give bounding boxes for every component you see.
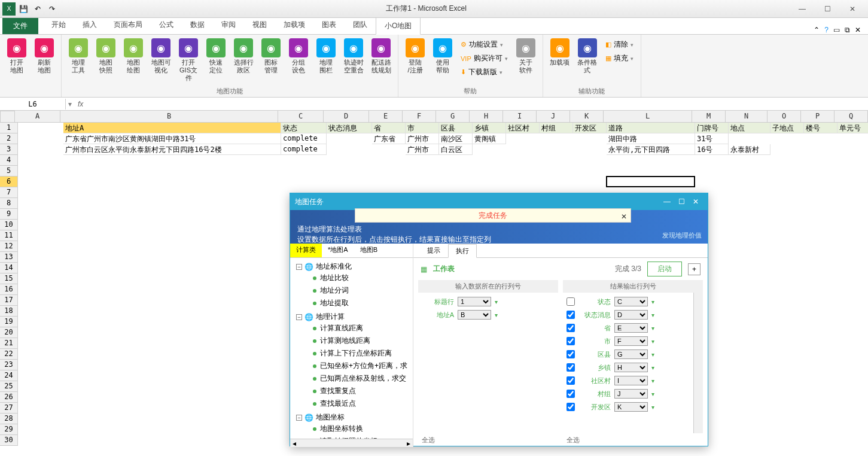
left-select-all[interactable]: 全选 (418, 433, 558, 447)
task-tree[interactable]: −🌐地址标准化地址比较地址分词地址提取−🌐地理计算计算直线距离计算测地线距离计算… (290, 258, 413, 439)
cell[interactable]: 开发区 (573, 123, 607, 133)
file-tab[interactable]: 文件 (2, 18, 38, 34)
col-header[interactable]: N (726, 111, 768, 123)
dialog-min-icon[interactable]: — (660, 197, 674, 206)
add-button[interactable]: + (688, 263, 701, 275)
row-header[interactable]: 18 (0, 306, 18, 317)
ribbon-opt2-icon[interactable]: ⧉ (845, 26, 850, 34)
field-select[interactable]: 1 (458, 297, 491, 306)
ribbon-tab[interactable]: 审阅 (213, 17, 244, 34)
col-header[interactable]: B (60, 111, 278, 123)
field-checkbox[interactable] (567, 311, 575, 319)
field-checkbox[interactable] (567, 390, 575, 398)
tree-leaf[interactable]: 已知坐标+方位角+距离，求 (295, 360, 410, 372)
cell[interactable]: 黄阁镇 (473, 133, 506, 144)
field-checkbox[interactable] (567, 363, 575, 372)
row-header[interactable]: 12 (0, 241, 18, 252)
row-header[interactable]: 11 (0, 230, 18, 241)
row-header[interactable]: 9 (0, 209, 18, 220)
tree-hscroll[interactable]: ◂▸ (290, 439, 413, 447)
col-header[interactable]: C (278, 111, 324, 123)
cell[interactable]: 广州市 (406, 133, 439, 144)
name-box[interactable]: L6 (0, 99, 66, 110)
col-header[interactable]: G (436, 111, 470, 123)
cell[interactable]: 16号 (695, 144, 729, 155)
ribbon-small-button[interactable]: VIP购买许可▾ (458, 52, 510, 65)
cell[interactable]: 广东省广州市南沙区黄阁镇湖田中路31号 (63, 133, 281, 144)
cell[interactable]: 31号 (695, 133, 729, 144)
dd-icon[interactable]: ▾ (651, 325, 654, 332)
ribbon-button[interactable]: ◉打开 地图 (4, 37, 30, 95)
ribbon-button[interactable]: ◉地理 工具 (65, 37, 92, 86)
minimize-icon[interactable]: — (794, 5, 811, 13)
field-select[interactable]: F (614, 336, 648, 346)
row-header[interactable]: 26 (0, 392, 18, 403)
ribbon-tab[interactable]: 开始 (43, 17, 74, 34)
row-header[interactable]: 23 (0, 360, 18, 370)
select-all-corner[interactable] (0, 111, 15, 123)
excel-icon[interactable]: X (2, 2, 16, 16)
dd-icon[interactable]: ▾ (495, 299, 498, 305)
cell[interactable]: 社区村 (506, 123, 540, 133)
ribbon-button[interactable]: ◉图标 管理 (258, 37, 284, 86)
ribbon-small-button[interactable]: ▦填充▾ (603, 52, 636, 65)
col-header[interactable]: A (15, 111, 60, 123)
field-checkbox[interactable] (567, 297, 575, 306)
tree-leaf[interactable]: 地图坐标转换 (295, 422, 410, 435)
maximize-icon[interactable]: ☐ (819, 5, 836, 13)
col-header[interactable]: O (768, 111, 801, 123)
dialog-close-icon[interactable]: ✕ (689, 197, 703, 206)
row-header[interactable]: 17 (0, 295, 18, 306)
field-select[interactable]: I (614, 376, 648, 385)
cell[interactable]: complete (281, 133, 327, 144)
field-select[interactable]: E (614, 323, 648, 333)
tree-parent[interactable]: −🌐地图坐标 (295, 412, 410, 422)
ribbon-tab[interactable]: 插入 (74, 17, 105, 34)
fx-icon[interactable]: fx (78, 100, 83, 108)
tree-leaf[interactable]: 查找最近点 (295, 397, 410, 410)
ribbon-button[interactable]: ◉选择行 政区 (230, 37, 257, 86)
col-header[interactable]: Q (835, 111, 868, 123)
tree-leaf[interactable]: 地址比较 (295, 272, 410, 284)
save-icon[interactable]: 💾 (17, 2, 30, 16)
row-header[interactable]: 22 (0, 349, 18, 360)
ribbon-small-button[interactable]: ◧清除▾ (603, 38, 636, 51)
ribbon-tab[interactable]: 团队 (345, 17, 376, 34)
tree-leaf[interactable]: 计算直线距离 (295, 322, 410, 335)
ribbon-button[interactable]: ◉使用 帮助 (430, 37, 456, 86)
ribbon-tab[interactable]: 视图 (244, 17, 275, 34)
formula-input[interactable] (88, 100, 864, 108)
name-box-dd-icon[interactable]: ▾ (66, 100, 74, 108)
cell[interactable]: 湖田中路 (607, 133, 695, 144)
close-icon[interactable]: ✕ (844, 5, 861, 13)
ribbon-tab[interactable]: 数据 (182, 17, 213, 34)
col-header[interactable]: E (369, 111, 403, 123)
field-checkbox[interactable] (567, 337, 575, 345)
ribbon-button[interactable]: ◉加载项 (547, 37, 573, 86)
dd-icon[interactable]: ▾ (651, 338, 654, 345)
col-header[interactable]: J (537, 111, 570, 123)
cell[interactable]: 永平街,元下田四路 (607, 144, 695, 155)
ribbon-button[interactable]: ◉地图 快照 (93, 37, 119, 86)
cell[interactable]: 广州市白云区永平街永泰新村元下田四路16号2楼 (63, 144, 281, 155)
cell[interactable]: 区县 (439, 123, 473, 133)
tree-leaf[interactable]: 地址分词 (295, 284, 410, 297)
row-header[interactable]: 8 (0, 198, 18, 209)
cell[interactable]: 楼号 (804, 123, 837, 133)
right-tab[interactable]: 提示 (419, 244, 448, 257)
field-select[interactable]: B (458, 310, 491, 320)
cell[interactable]: 广东省 (372, 133, 406, 144)
col-header[interactable]: M (692, 111, 726, 123)
ribbon-button[interactable]: ◉打开 GIS文件 (175, 37, 202, 86)
tree-leaf[interactable]: 已知两点坐标及射线，求交 (295, 372, 410, 385)
ribbon-small-button[interactable]: ⬇下载新版▾ (458, 66, 510, 78)
left-tab[interactable]: 地图B (354, 244, 383, 257)
ribbon-min-icon[interactable]: ⌃ (814, 26, 820, 34)
tree-leaf[interactable]: 计算测地线距离 (295, 335, 410, 347)
col-header[interactable]: F (403, 111, 436, 123)
ribbon-button[interactable]: ◉快速 定位 (203, 37, 229, 86)
left-tab[interactable]: 计算类 (290, 244, 322, 257)
row-header[interactable]: 13 (0, 252, 18, 263)
ribbon-button[interactable]: ◉分组 设色 (285, 37, 312, 86)
cell[interactable]: 地址A (63, 123, 281, 133)
